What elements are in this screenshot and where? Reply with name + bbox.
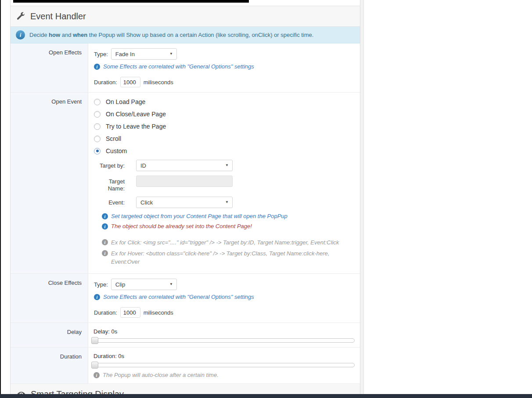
row-label-open-event: Open Event (11, 93, 88, 273)
radio-button[interactable] (94, 123, 101, 130)
effects-note: i Some Effects are correlated with "Gene… (94, 63, 354, 71)
custom-event-notes: i Set targeted object from your Content … (102, 212, 354, 230)
row-label-close-effects: Close Effects (11, 274, 88, 323)
open-effects-content: Type: Fade In ▼ i Some Effects are corre… (88, 43, 360, 92)
row-close-effects: Close Effects Type: Clip ▼ i Some Effect… (11, 274, 360, 323)
chevron-down-icon: ▼ (225, 164, 229, 167)
target-name-label: Target Name: (94, 176, 136, 192)
event-select[interactable]: Click ▼ (136, 197, 233, 208)
target-name-input[interactable] (136, 176, 233, 187)
row-duration: Duration Duration: 0s i The Popup will a… (11, 348, 360, 384)
duration-label: Duration: (94, 309, 117, 316)
open-effect-type-select[interactable]: Fade In ▼ (111, 48, 177, 60)
info-bold-when: when (73, 32, 87, 38)
info-bold-how: how (49, 32, 60, 38)
info-circle-icon: i (102, 223, 108, 229)
settings-panel: Event Handler i Decide how and when the … (10, 0, 360, 398)
duration-content: Duration: 0s i The Popup will auto-close… (88, 348, 360, 384)
scrollbar-track[interactable] (360, 0, 364, 398)
example-hover: i Ex for Hover: <button class="click-her… (102, 249, 346, 266)
top-black-strip (13, 0, 249, 3)
row-label-delay: Delay (11, 323, 88, 347)
effects-note: i Some Effects are correlated with "Gene… (94, 293, 354, 301)
duration-units: miliseconds (144, 79, 173, 86)
type-label: Type: (94, 281, 108, 288)
info-banner-text: Decide how and when the Popup will Show … (29, 32, 313, 38)
event-examples: i Ex for Click: <img src="...." id="trig… (102, 238, 346, 266)
row-label-duration: Duration (11, 348, 88, 384)
radio-option-on-close-leave-page[interactable]: On Close/Leave Page (94, 111, 354, 118)
radio-button[interactable] (94, 136, 101, 142)
duration-slider-handle[interactable] (91, 362, 98, 369)
type-label: Type: (94, 51, 108, 57)
content-page-warning: i The object should be already set into … (102, 222, 354, 230)
select-value: Clip (115, 281, 125, 288)
custom-event-fields: Target by: ID ▼ Target Name: Event: Clic… (94, 160, 354, 208)
radio-button[interactable] (94, 111, 101, 118)
radio-button[interactable] (94, 99, 101, 105)
radio-option-scroll[interactable]: Scroll (94, 135, 354, 142)
info-circle-icon: i (94, 294, 100, 300)
tools-icon (17, 12, 25, 21)
radio-option-custom[interactable]: Custom (94, 147, 354, 154)
row-delay: Delay Delay: 0s (11, 323, 360, 348)
auto-close-note: i The Popup will auto-close after a cert… (93, 371, 355, 379)
section-header-event-handler: Event Handler (11, 6, 360, 27)
delay-content: Delay: 0s (88, 323, 360, 347)
close-effect-type-select[interactable]: Clip ▼ (111, 279, 177, 290)
delay-slider-handle[interactable] (91, 337, 98, 344)
info-text-part: Decide (29, 32, 49, 38)
open-event-content: On Load Page On Close/Leave Page Try to … (88, 93, 360, 273)
chevron-down-icon: ▼ (225, 201, 229, 204)
target-by-select[interactable]: ID ▼ (136, 160, 233, 171)
info-icon: i (16, 30, 25, 39)
info-circle-icon-gray: i (102, 239, 108, 245)
event-label: Event: (94, 197, 136, 208)
duration-slider[interactable] (91, 363, 355, 367)
radio-button-checked[interactable] (94, 148, 101, 154)
duration-label: Duration: (94, 79, 117, 86)
radio-option-try-to-leave[interactable]: Try to Leave the Page (94, 123, 354, 130)
select-value: Click (140, 199, 153, 206)
left-edge (0, 0, 1, 398)
chevron-down-icon: ▼ (169, 283, 173, 286)
target-by-label: Target by: (94, 160, 136, 171)
radio-option-on-load-page[interactable]: On Load Page (94, 98, 354, 105)
info-text-part: the Popup will Show up based on a certai… (87, 32, 313, 38)
duration-value-label: Duration: 0s (93, 353, 355, 360)
info-text-part: and (60, 32, 73, 38)
delay-value-label: Delay: 0s (93, 328, 355, 335)
bottom-bar (0, 394, 532, 398)
target-note: i Set targeted object from your Content … (102, 212, 354, 220)
duration-units: miliseconds (144, 309, 173, 316)
row-label-open-effects: Open Effects (11, 43, 88, 92)
close-effect-duration-input[interactable] (120, 307, 140, 318)
select-value: ID (140, 162, 146, 169)
example-click: i Ex for Click: <img src="...." id="trig… (102, 238, 346, 247)
section-title-event-handler: Event Handler (30, 11, 86, 22)
close-effects-content: Type: Clip ▼ i Some Effects are correlat… (88, 274, 360, 323)
info-circle-icon-gray: i (93, 372, 100, 378)
delay-slider[interactable] (91, 338, 355, 343)
info-circle-icon: i (102, 213, 108, 219)
open-event-radio-list: On Load Page On Close/Leave Page Try to … (94, 98, 354, 154)
chevron-down-icon: ▼ (169, 52, 173, 56)
open-effect-duration-input[interactable] (120, 77, 140, 87)
row-open-event: Open Event On Load Page On Close/Leave P… (11, 93, 360, 274)
info-circle-icon: i (94, 64, 100, 70)
select-value: Fade In (115, 51, 135, 57)
info-circle-icon-gray: i (102, 250, 108, 256)
info-banner: i Decide how and when the Popup will Sho… (11, 27, 360, 43)
row-open-effects: Open Effects Type: Fade In ▼ i Some Effe… (11, 43, 360, 93)
